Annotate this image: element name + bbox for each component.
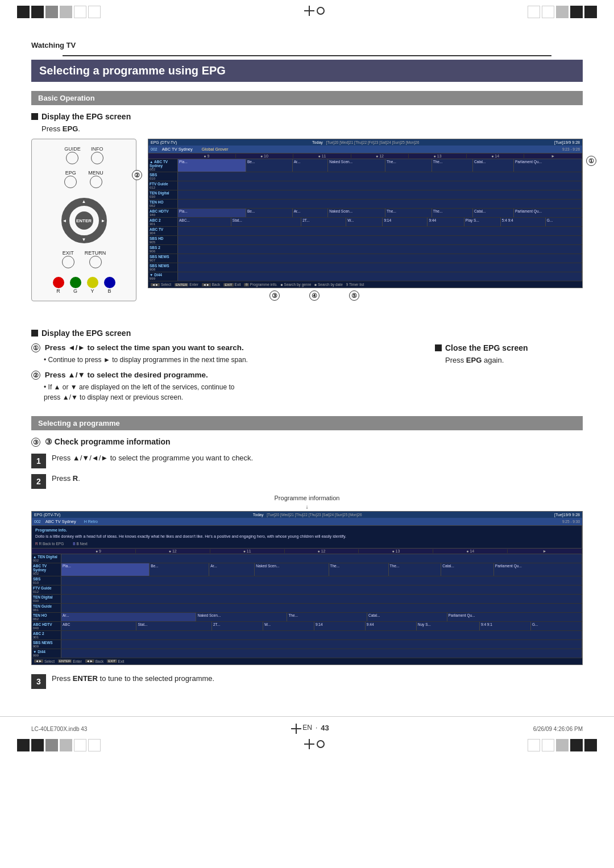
epg-row: ABC 2301 ABC... Stat... 2T... W... 9:14 … xyxy=(148,218,582,227)
menu-button xyxy=(90,176,102,188)
nav-down-arrow: ▼ xyxy=(82,237,86,242)
epg-row: SBS010 xyxy=(148,172,582,181)
mark-block xyxy=(570,6,583,18)
nav-up-arrow: ▲ xyxy=(82,199,86,204)
epg-label: EPG xyxy=(64,170,77,176)
watching-tv-label: Watching TV xyxy=(31,41,583,52)
epg2-row: SBS NEWS909 xyxy=(32,640,582,649)
epg-screen-2: EPG (DTV-TV) Today [Tue]20 [Wed]21 [Thu]… xyxy=(31,511,583,665)
epg-screen-wrap: EPG (DTV-TV) Today [Tue]20 [Wed]21 [Thu]… xyxy=(148,139,583,288)
epg2-row: ABC TV Sydney002 Pla... Be... Ar... Nake… xyxy=(32,563,582,576)
epg-button xyxy=(64,176,77,188)
step2-num: ② xyxy=(31,371,40,380)
mark-block xyxy=(528,739,540,751)
mark-block xyxy=(88,6,101,18)
spacer xyxy=(31,312,583,329)
epg2-row: ABC HDTV040 ABC Stat... 2T... W... 9:14 … xyxy=(32,622,582,631)
remote-top-row: GUIDE INFO xyxy=(64,146,103,165)
epg-row: FTV Guide012 xyxy=(148,181,582,190)
page-en-label: EN xyxy=(302,724,312,732)
guide-button xyxy=(66,152,78,164)
mark-block xyxy=(17,739,30,751)
mark-block xyxy=(45,6,58,18)
remote-control-image: GUIDE INFO EPG MENU xyxy=(31,139,136,301)
callout-3: ③ xyxy=(269,290,280,301)
return-label: RETURN xyxy=(85,250,106,256)
callout-5: ⑤ xyxy=(349,290,359,301)
y-button xyxy=(87,277,98,288)
epg2-row: SBS010 xyxy=(32,576,582,585)
step1-bullet: Continue to press ► to display programme… xyxy=(44,355,418,365)
epg2-row: ▲ TEN Digital002 xyxy=(32,554,582,563)
mark-block xyxy=(60,6,72,18)
nav-left-arrow: ◄ xyxy=(63,218,67,223)
crosshair-icon xyxy=(304,6,314,16)
epg-time-header: ● 9 ● 10 ● 11 ● 12 ● 13 ● 14 ► xyxy=(148,153,582,159)
mark-block xyxy=(31,739,44,751)
bottom-right-marks xyxy=(528,739,597,751)
circle-mark xyxy=(317,7,325,15)
close-epg-heading: Close the EPG screen xyxy=(435,343,583,352)
page-number: 43 xyxy=(321,724,329,732)
epg-row: SBS NEWS908 xyxy=(148,263,582,272)
epg-screen2-wrap: Programme information ↓ EPG (DTV-TV) Tod… xyxy=(31,495,583,665)
instruction-2: ② Press ▲/▼ to select the desired progra… xyxy=(31,371,418,402)
mark-block xyxy=(542,739,554,751)
footer-crosshair-icon xyxy=(291,724,299,732)
b-label: B xyxy=(107,288,111,294)
mark-block xyxy=(60,739,72,751)
instruction-2-heading: ② Press ▲/▼ to select the desired progra… xyxy=(31,371,418,380)
info-button xyxy=(91,152,103,164)
mark-block xyxy=(584,6,597,18)
bottom-left-marks xyxy=(17,739,101,751)
close-epg-text: Press EPG again. xyxy=(445,356,583,364)
step-content-2: Press R. xyxy=(52,473,583,485)
mark-block xyxy=(17,6,30,18)
epg-header: EPG (DTV-TV) Today [Tue]20 [Wed]21 [Thu]… xyxy=(148,139,582,146)
return-button xyxy=(89,256,102,268)
epg-row: ABC TV304 xyxy=(148,227,582,236)
section-label: Watching TV xyxy=(31,41,76,49)
guide-label: GUIDE xyxy=(64,146,81,152)
epg2-row: TEN Digital030 xyxy=(32,595,582,604)
epg-row: ABC HDTV340 Pla... Be... Ar... Naked Sce… xyxy=(148,209,582,218)
separator: · xyxy=(316,724,317,732)
step1-num: ① xyxy=(31,343,40,352)
exit-button xyxy=(62,256,74,268)
top-marks xyxy=(0,0,614,24)
footer-left: LC-40LE700X.indb 43 xyxy=(31,726,87,732)
col-left: ① Press ◄/► to select the time span you … xyxy=(31,343,418,408)
top-center-mark xyxy=(101,6,528,16)
col-right: Close the EPG screen Press EPG again. xyxy=(435,343,583,408)
mark-block xyxy=(556,6,569,18)
bottom-callouts: ③ ④ ⑤ xyxy=(269,290,359,301)
mark-block xyxy=(74,739,86,751)
mark-block xyxy=(45,739,58,751)
epg2-row: FTV Guide012 xyxy=(32,585,582,595)
epg2-row: TEN HO062 Ar... Naked Scen... The... Cat… xyxy=(32,613,582,622)
content-area: Watching TV Selecting a programme using … xyxy=(0,24,614,711)
mark-block xyxy=(31,6,44,18)
selecting-programme-bar: Selecting a programme xyxy=(31,416,583,430)
page-footer: LC-40LE700X.indb 43 EN · 43 6/26/09 4:26… xyxy=(0,716,614,739)
step3-circle: ③ xyxy=(31,438,40,447)
g-button xyxy=(70,277,81,288)
main-title: Selecting a programme using EPG xyxy=(31,60,583,82)
callout-1: ① xyxy=(586,156,596,166)
bottom-marks xyxy=(0,739,614,757)
epg2-time-header: ● 9 ● 12 ● 11 ● 12 ● 13 ● 14 ► xyxy=(32,549,582,554)
mark-block xyxy=(528,6,540,18)
two-col-instructions: ① Press ◄/► to select the time span you … xyxy=(31,343,583,408)
epg-row: ▲ ABC TV Sydney002 Pla... Be... Ar... Na… xyxy=(148,159,582,172)
footer-center: EN · 43 xyxy=(291,724,329,732)
step2-bullet1: If ▲ or ▼ are displayed on the left of t… xyxy=(44,382,418,392)
step-content-1: Press ▲/▼/◄/► to select the programme yo… xyxy=(52,452,583,464)
instruction-1-heading: ① Press ◄/► to select the time span you … xyxy=(31,343,418,352)
crosshair-icon xyxy=(304,739,314,749)
top-left-marks xyxy=(17,6,101,18)
epg-row: ▼ Di44999 xyxy=(148,272,582,281)
check-prog-heading: ③ ③ Check programme information xyxy=(31,437,583,447)
horiz-divider xyxy=(63,55,551,56)
top-right-marks xyxy=(528,6,597,18)
epg-row: SBS 2906 xyxy=(148,245,582,254)
